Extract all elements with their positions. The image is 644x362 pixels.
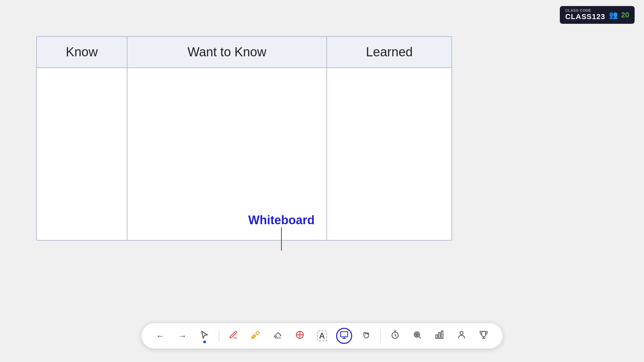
kwl-table: Know Want to Know Learned <box>37 37 451 241</box>
class-badge: class code CLASS123 👥 20 <box>560 6 635 24</box>
hand-icon <box>362 330 371 342</box>
class-code-value: CLASS123 <box>565 12 605 21</box>
forward-button[interactable]: → <box>174 328 191 344</box>
svg-rect-1 <box>341 331 348 337</box>
kwl-header-learned: Learned <box>327 37 451 68</box>
activity-button[interactable] <box>431 328 447 344</box>
student-count: 20 <box>621 11 629 19</box>
class-code-label: class code <box>565 9 605 12</box>
marker-button[interactable] <box>248 328 264 344</box>
people-icon: 👥 <box>609 11 618 19</box>
select-button[interactable] <box>197 328 213 344</box>
shapes-icon <box>295 330 305 342</box>
eraser-button[interactable] <box>270 328 286 344</box>
kwl-cell-want-to-know[interactable] <box>127 68 327 241</box>
kwl-cell-learned[interactable] <box>327 68 451 241</box>
kwl-header-want-to-know: Want to Know <box>127 37 327 68</box>
toolbar: ← → <box>142 323 502 349</box>
back-icon: ← <box>156 331 165 341</box>
svg-rect-6 <box>439 333 440 339</box>
eraser-icon <box>273 330 282 342</box>
forward-icon: → <box>178 331 187 341</box>
whiteboard-icon <box>339 330 349 342</box>
user-icon <box>457 330 466 342</box>
svg-rect-5 <box>436 335 438 339</box>
annotate-icon <box>229 330 238 342</box>
svg-point-8 <box>460 331 463 334</box>
browser-button[interactable] <box>409 328 425 344</box>
trophy-button[interactable] <box>476 328 492 344</box>
text-button[interactable]: A <box>314 328 330 344</box>
timer-icon <box>390 330 400 342</box>
text-icon: A <box>317 330 327 341</box>
browser-icon <box>413 330 422 342</box>
shapes-button[interactable] <box>292 328 308 344</box>
kwl-cell-know[interactable] <box>37 68 127 241</box>
hand-button[interactable] <box>358 328 374 344</box>
user-button[interactable] <box>453 328 470 344</box>
timer-button[interactable] <box>387 328 403 344</box>
svg-rect-7 <box>441 331 443 338</box>
back-button[interactable]: ← <box>152 328 168 344</box>
activity-icon <box>435 330 444 342</box>
kwl-table-container: Know Want to Know Learned <box>36 36 452 241</box>
select-icon <box>200 330 209 342</box>
trophy-icon <box>479 330 488 342</box>
annotate-button[interactable] <box>225 328 241 344</box>
toolbar-separator-1 <box>219 330 219 342</box>
whiteboard-button[interactable] <box>336 328 352 344</box>
kwl-header-know: Know <box>37 37 127 68</box>
toolbar-separator-2 <box>380 330 381 342</box>
marker-icon <box>251 330 260 342</box>
